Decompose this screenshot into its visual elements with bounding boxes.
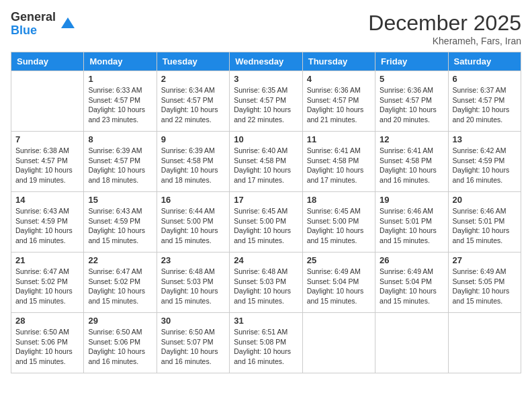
- calendar-cell: 31Sunrise: 6:51 AM Sunset: 5:08 PM Dayli…: [230, 313, 302, 373]
- day-info: Sunrise: 6:39 AM Sunset: 4:57 PM Dayligh…: [88, 146, 152, 185]
- day-number: 21: [15, 255, 79, 265]
- week-row-2: 7Sunrise: 6:38 AM Sunset: 4:57 PM Daylig…: [11, 132, 521, 192]
- calendar-cell: 17Sunrise: 6:45 AM Sunset: 5:00 PM Dayli…: [230, 192, 302, 253]
- day-number: 27: [453, 255, 517, 265]
- calendar-cell: 7Sunrise: 6:38 AM Sunset: 4:57 PM Daylig…: [11, 132, 84, 192]
- day-number: 24: [234, 255, 298, 265]
- calendar-cell: 10Sunrise: 6:40 AM Sunset: 4:58 PM Dayli…: [230, 132, 302, 192]
- day-header-saturday: Saturday: [448, 52, 521, 71]
- day-info: Sunrise: 6:34 AM Sunset: 4:57 PM Dayligh…: [161, 85, 225, 125]
- day-info: Sunrise: 6:46 AM Sunset: 5:01 PM Dayligh…: [453, 206, 517, 246]
- day-info: Sunrise: 6:43 AM Sunset: 4:59 PM Dayligh…: [15, 206, 79, 246]
- day-info: Sunrise: 6:46 AM Sunset: 5:01 PM Dayligh…: [380, 206, 443, 246]
- calendar-cell: 28Sunrise: 6:50 AM Sunset: 5:06 PM Dayli…: [11, 313, 84, 373]
- calendar-cell: 15Sunrise: 6:43 AM Sunset: 4:59 PM Dayli…: [84, 192, 157, 253]
- day-info: Sunrise: 6:49 AM Sunset: 5:05 PM Dayligh…: [453, 267, 517, 306]
- calendar-cell: 11Sunrise: 6:41 AM Sunset: 4:58 PM Dayli…: [302, 132, 375, 192]
- day-info: Sunrise: 6:36 AM Sunset: 4:57 PM Dayligh…: [307, 85, 371, 125]
- day-info: Sunrise: 6:50 AM Sunset: 5:06 PM Dayligh…: [15, 327, 79, 367]
- calendar-cell: 20Sunrise: 6:46 AM Sunset: 5:01 PM Dayli…: [448, 192, 521, 253]
- day-number: 26: [380, 255, 443, 265]
- day-number: 12: [380, 134, 443, 144]
- day-header-thursday: Thursday: [302, 52, 375, 71]
- day-header-wednesday: Wednesday: [230, 52, 302, 71]
- calendar-cell: 14Sunrise: 6:43 AM Sunset: 4:59 PM Dayli…: [11, 192, 84, 253]
- calendar-cell: 25Sunrise: 6:49 AM Sunset: 5:04 PM Dayli…: [302, 253, 375, 313]
- calendar-cell: 6Sunrise: 6:37 AM Sunset: 4:57 PM Daylig…: [448, 71, 521, 132]
- day-header-friday: Friday: [375, 52, 448, 71]
- calendar-cell: 29Sunrise: 6:50 AM Sunset: 5:06 PM Dayli…: [84, 313, 157, 373]
- day-number: 25: [307, 255, 371, 265]
- day-number: 28: [15, 316, 79, 326]
- calendar-cell: [302, 313, 375, 373]
- day-number: 15: [88, 195, 152, 205]
- day-info: Sunrise: 6:40 AM Sunset: 4:58 PM Dayligh…: [234, 146, 298, 185]
- day-info: Sunrise: 6:42 AM Sunset: 4:59 PM Dayligh…: [453, 146, 517, 185]
- day-info: Sunrise: 6:37 AM Sunset: 4:57 PM Dayligh…: [453, 85, 517, 125]
- day-number: 7: [15, 134, 79, 144]
- logo: General Blue: [11, 11, 77, 38]
- logo-blue-text: Blue: [11, 24, 56, 38]
- day-info: Sunrise: 6:50 AM Sunset: 5:06 PM Dayligh…: [88, 327, 152, 367]
- week-row-5: 28Sunrise: 6:50 AM Sunset: 5:06 PM Dayli…: [11, 313, 521, 373]
- calendar-cell: 2Sunrise: 6:34 AM Sunset: 4:57 PM Daylig…: [157, 71, 229, 132]
- calendar-cell: 27Sunrise: 6:49 AM Sunset: 5:05 PM Dayli…: [448, 253, 521, 313]
- day-number: 31: [234, 316, 298, 326]
- day-info: Sunrise: 6:51 AM Sunset: 5:08 PM Dayligh…: [234, 327, 298, 367]
- day-info: Sunrise: 6:48 AM Sunset: 5:03 PM Dayligh…: [161, 267, 225, 306]
- logo-general-text: General: [11, 11, 56, 24]
- calendar-cell: 1Sunrise: 6:33 AM Sunset: 4:57 PM Daylig…: [84, 71, 157, 132]
- title-section: December 2025 Kherameh, Fars, Iran: [368, 11, 521, 46]
- calendar-cell: 30Sunrise: 6:50 AM Sunset: 5:07 PM Dayli…: [157, 313, 229, 373]
- day-info: Sunrise: 6:44 AM Sunset: 5:00 PM Dayligh…: [161, 206, 225, 246]
- calendar-cell: [375, 313, 448, 373]
- day-info: Sunrise: 6:45 AM Sunset: 5:00 PM Dayligh…: [307, 206, 371, 246]
- calendar-cell: 24Sunrise: 6:48 AM Sunset: 5:03 PM Dayli…: [230, 253, 302, 313]
- day-info: Sunrise: 6:36 AM Sunset: 4:57 PM Dayligh…: [380, 85, 443, 125]
- day-number: 13: [453, 134, 517, 144]
- day-number: 8: [88, 134, 152, 144]
- calendar-cell: 9Sunrise: 6:39 AM Sunset: 4:58 PM Daylig…: [157, 132, 229, 192]
- calendar-cell: [448, 313, 521, 373]
- calendar-cell: 3Sunrise: 6:35 AM Sunset: 4:57 PM Daylig…: [230, 71, 302, 132]
- day-number: 11: [307, 134, 371, 144]
- day-info: Sunrise: 6:47 AM Sunset: 5:02 PM Dayligh…: [15, 267, 79, 306]
- logo-icon: [58, 15, 77, 34]
- week-row-1: 1Sunrise: 6:33 AM Sunset: 4:57 PM Daylig…: [11, 71, 521, 132]
- week-row-4: 21Sunrise: 6:47 AM Sunset: 5:02 PM Dayli…: [11, 253, 521, 313]
- calendar-cell: 4Sunrise: 6:36 AM Sunset: 4:57 PM Daylig…: [302, 71, 375, 132]
- day-info: Sunrise: 6:49 AM Sunset: 5:04 PM Dayligh…: [380, 267, 443, 306]
- day-number: 19: [380, 195, 443, 205]
- day-info: Sunrise: 6:39 AM Sunset: 4:58 PM Dayligh…: [161, 146, 225, 185]
- day-number: 22: [88, 255, 152, 265]
- calendar-cell: 23Sunrise: 6:48 AM Sunset: 5:03 PM Dayli…: [157, 253, 229, 313]
- week-row-3: 14Sunrise: 6:43 AM Sunset: 4:59 PM Dayli…: [11, 192, 521, 253]
- day-number: 23: [161, 255, 225, 265]
- calendar-cell: 26Sunrise: 6:49 AM Sunset: 5:04 PM Dayli…: [375, 253, 448, 313]
- day-info: Sunrise: 6:38 AM Sunset: 4:57 PM Dayligh…: [15, 146, 79, 185]
- day-header-tuesday: Tuesday: [157, 52, 229, 71]
- day-info: Sunrise: 6:50 AM Sunset: 5:07 PM Dayligh…: [161, 327, 225, 367]
- day-number: 6: [453, 74, 517, 84]
- calendar-cell: 16Sunrise: 6:44 AM Sunset: 5:00 PM Dayli…: [157, 192, 229, 253]
- svg-marker-0: [61, 17, 75, 28]
- calendar-cell: [11, 71, 84, 132]
- day-number: 9: [161, 134, 225, 144]
- month-title: December 2025: [368, 11, 521, 36]
- day-number: 10: [234, 134, 298, 144]
- header-row: SundayMondayTuesdayWednesdayThursdayFrid…: [11, 52, 521, 71]
- day-info: Sunrise: 6:41 AM Sunset: 4:58 PM Dayligh…: [380, 146, 443, 185]
- day-header-monday: Monday: [84, 52, 157, 71]
- day-number: 1: [88, 74, 152, 84]
- calendar-cell: 13Sunrise: 6:42 AM Sunset: 4:59 PM Dayli…: [448, 132, 521, 192]
- day-number: 30: [161, 316, 225, 326]
- calendar-cell: 21Sunrise: 6:47 AM Sunset: 5:02 PM Dayli…: [11, 253, 84, 313]
- calendar-table: SundayMondayTuesdayWednesdayThursdayFrid…: [11, 52, 521, 373]
- day-info: Sunrise: 6:35 AM Sunset: 4:57 PM Dayligh…: [234, 85, 298, 125]
- calendar-cell: 18Sunrise: 6:45 AM Sunset: 5:00 PM Dayli…: [302, 192, 375, 253]
- day-info: Sunrise: 6:33 AM Sunset: 4:57 PM Dayligh…: [88, 85, 152, 125]
- page-header: General Blue December 2025 Kherameh, Far…: [11, 11, 521, 46]
- day-number: 29: [88, 316, 152, 326]
- day-number: 5: [380, 74, 443, 84]
- calendar-cell: 22Sunrise: 6:47 AM Sunset: 5:02 PM Dayli…: [84, 253, 157, 313]
